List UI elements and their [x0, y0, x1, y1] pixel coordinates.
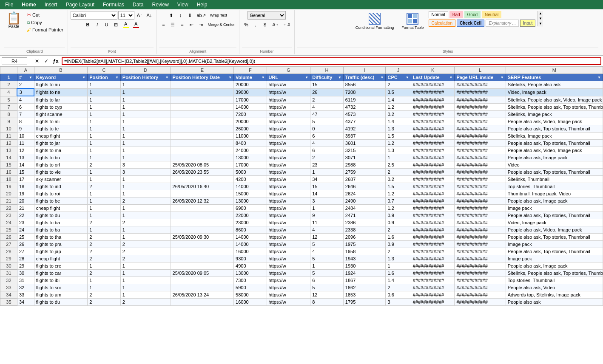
style-bad[interactable]: Bad	[449, 11, 463, 18]
table-cell[interactable]: 2471	[343, 212, 386, 219]
table-cell[interactable]	[171, 81, 233, 89]
table-cell[interactable]	[171, 147, 233, 154]
table-cell[interactable]: 5	[310, 255, 344, 262]
table-cell[interactable]: 2	[120, 255, 171, 262]
table-cell[interactable]: 1	[88, 262, 121, 270]
style-normal[interactable]: Normal	[429, 11, 448, 18]
table-cell[interactable]	[171, 111, 233, 118]
table-cell[interactable]: https://w	[267, 96, 310, 104]
table-cell[interactable]: ############	[455, 212, 506, 219]
table-cell[interactable]: 15	[310, 81, 344, 89]
col-f-dropdown[interactable]: ▼	[262, 76, 265, 79]
table-cell[interactable]: 6	[17, 104, 34, 111]
menu-help[interactable]: Help	[195, 1, 209, 8]
table-cell[interactable]: 1	[88, 205, 121, 212]
table-cell[interactable]: 2	[88, 299, 121, 306]
table-cell[interactable]: https://w	[267, 161, 310, 169]
align-right-btn[interactable]: ≡	[178, 20, 186, 29]
table-cell[interactable]: 5900	[234, 284, 267, 291]
table-cell[interactable]: 2	[88, 219, 121, 226]
col-c-dropdown[interactable]: ▼	[115, 76, 119, 79]
table-cell[interactable]: ############	[455, 88, 506, 96]
table-cell[interactable]: https://w	[267, 226, 310, 234]
table-cell[interactable]: 16000	[234, 248, 267, 255]
style-check-cell[interactable]: Check Cell	[457, 20, 484, 27]
wrap-text-btn[interactable]: Wrap Text	[208, 11, 229, 20]
table-cell[interactable]: 1.4	[386, 277, 411, 284]
table-cell[interactable]: 3.5	[386, 88, 411, 96]
table-cell[interactable]: 4	[310, 248, 344, 255]
table-cell[interactable]: 5	[310, 284, 344, 291]
table-cell[interactable]: 14000	[234, 183, 267, 190]
table-cell[interactable]: ############	[411, 248, 455, 255]
table-cell[interactable]: 27	[17, 248, 34, 255]
table-cell[interactable]: ############	[411, 284, 455, 291]
table-cell[interactable]	[171, 154, 233, 161]
table-cell[interactable]: 1.2	[386, 205, 411, 212]
col-h-dropdown[interactable]: ▼	[338, 76, 341, 79]
table-cell[interactable]: 39000	[234, 88, 267, 96]
table-cell[interactable]: flights to jar	[34, 140, 87, 147]
table-cell[interactable]: ############	[411, 176, 455, 183]
table-cell[interactable]: ############	[411, 81, 455, 89]
table-cell[interactable]: 20000	[234, 81, 267, 89]
col-a-dropdown[interactable]: ▼	[29, 76, 32, 79]
table-cell[interactable]: 2	[310, 154, 344, 161]
table-cell[interactable]: 18	[17, 183, 34, 190]
table-cell[interactable]: flights to ma	[34, 147, 87, 154]
table-cell[interactable]: 17	[17, 176, 34, 183]
table-cell[interactable]: https://w	[267, 291, 310, 299]
table-cell[interactable]: 1853	[343, 291, 386, 299]
align-top-btn[interactable]: ⬆	[167, 11, 175, 20]
table-cell[interactable]: 26/05/2020 23:55	[171, 169, 233, 176]
table-cell[interactable]: https://w	[267, 190, 310, 198]
table-cell[interactable]: People also ask, Image pack	[506, 262, 603, 270]
table-cell[interactable]: https://w	[267, 219, 310, 226]
col-g-dropdown[interactable]: ▼	[305, 76, 308, 79]
align-left-btn[interactable]: ≡	[159, 20, 168, 29]
style-good[interactable]: Good	[464, 11, 481, 18]
table-cell[interactable]: 25/05/2020 09:05	[171, 270, 233, 277]
table-cell[interactable]: 1	[88, 212, 121, 219]
table-cell[interactable]: ############	[411, 299, 455, 306]
table-cell[interactable]: 26	[310, 88, 344, 96]
table-cell[interactable]: 1	[310, 262, 344, 270]
table-cell[interactable]: People also ask, Top stories, Thumbnail	[506, 169, 603, 176]
table-cell[interactable]: 4	[310, 226, 344, 234]
table-cell[interactable]: 0.9	[386, 219, 411, 226]
table-cell[interactable]: 2	[88, 248, 121, 255]
table-cell[interactable]	[171, 96, 233, 104]
table-cell[interactable]: 8	[17, 118, 34, 125]
table-cell[interactable]	[171, 176, 233, 183]
table-cell[interactable]: 5000	[234, 169, 267, 176]
table-cell[interactable]: 14000	[234, 104, 267, 111]
font-size-select[interactable]: 11	[118, 11, 134, 20]
menu-file[interactable]: File	[3, 1, 15, 8]
table-cell[interactable]: ############	[455, 198, 506, 205]
table-cell[interactable]: 2	[88, 255, 121, 262]
table-cell[interactable]: 5	[310, 241, 344, 248]
menu-home[interactable]: Home	[20, 1, 37, 8]
table-cell[interactable]: https://w	[267, 147, 310, 154]
table-cell[interactable]: 26000	[234, 125, 267, 133]
decrease-indent-btn[interactable]: ⇤	[187, 20, 196, 29]
table-cell[interactable]: 8556	[343, 81, 386, 89]
cancel-formula-btn[interactable]: ✕	[33, 57, 41, 65]
table-cell[interactable]: https://w	[267, 284, 310, 291]
table-cell[interactable]: 1	[120, 183, 171, 190]
table-cell[interactable]: flights to am	[34, 291, 87, 299]
table-cell[interactable]: 1	[88, 198, 121, 205]
font-color-button[interactable]: A	[131, 20, 141, 29]
table-cell[interactable]: 2	[120, 248, 171, 255]
table-cell[interactable]: People also ask, Video, Image pack	[506, 226, 603, 234]
increase-indent-btn[interactable]: ⇥	[196, 20, 205, 29]
table-cell[interactable]: flights to du	[34, 299, 87, 306]
table-cell[interactable]: 58000	[234, 291, 267, 299]
table-cell[interactable]: https://w	[267, 154, 310, 161]
table-cell[interactable]	[171, 219, 233, 226]
table-cell[interactable]: ############	[455, 262, 506, 270]
table-cell[interactable]: 7208	[343, 88, 386, 96]
font-name-select[interactable]: Calibri	[71, 11, 117, 20]
table-cell[interactable]: flights to roi	[34, 190, 87, 198]
table-cell[interactable]: 1	[120, 125, 171, 133]
